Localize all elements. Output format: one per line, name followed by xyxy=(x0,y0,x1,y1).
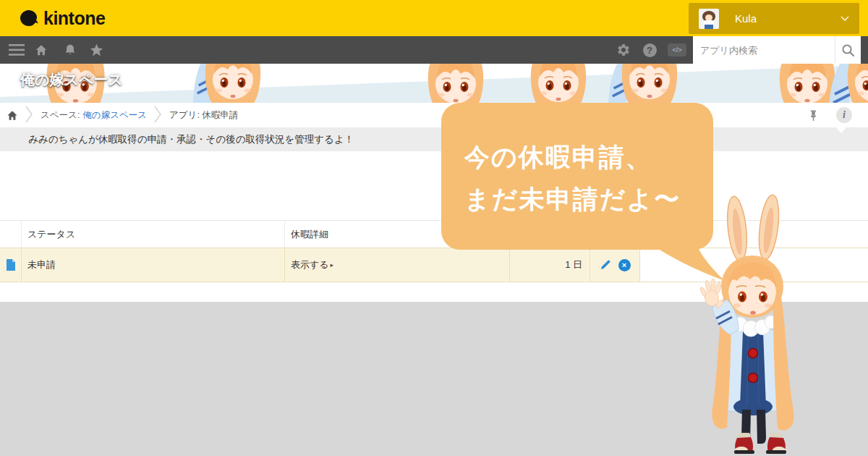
breadcrumb-space-prefix: スペース: xyxy=(41,109,80,122)
pencil-icon xyxy=(600,259,611,271)
app-description-bar: みみのちゃんが休暇取得の申請・承認・その後の取得状況を管理するよ！ xyxy=(0,127,868,151)
star-icon[interactable] xyxy=(87,36,106,64)
speech-bubble-line1: 今の休暇申請、 xyxy=(464,140,652,174)
breadcrumb-home-icon[interactable] xyxy=(7,110,18,121)
info-tooltip-caret xyxy=(836,127,846,133)
record-icon-cell[interactable] xyxy=(0,248,22,282)
record-status: 未申請 xyxy=(22,248,285,282)
rabbit-ears xyxy=(725,195,749,262)
gear-icon[interactable] xyxy=(613,36,634,64)
kintone-app-screen: kintone Kula xyxy=(0,0,868,456)
home-icon[interactable] xyxy=(32,36,51,64)
hamburger-menu-icon[interactable] xyxy=(6,36,27,64)
bell-icon[interactable] xyxy=(61,36,80,64)
speech-bubble: 今の休暇申請、 まだ未申請だよ〜 xyxy=(441,103,713,250)
breadcrumb-space-link[interactable]: 俺の嫁スペース xyxy=(82,109,147,122)
detail-expand-link[interactable]: 表示する xyxy=(291,258,329,271)
app-search xyxy=(693,36,861,64)
record-document-icon xyxy=(6,258,16,271)
header-icon-cell xyxy=(0,221,22,248)
app-description-text: みみのちゃんが休暇取得の申請・承認・その後の取得状況を管理するよ！ xyxy=(28,133,354,146)
banner-characters-image xyxy=(0,64,868,103)
search-icon xyxy=(841,43,855,57)
user-menu[interactable]: Kula xyxy=(689,3,859,34)
record-detail-cell: 表示する ▸ xyxy=(285,248,510,282)
help-icon[interactable]: ? xyxy=(639,36,660,64)
breadcrumb-app-item: アプリ: 休暇申請 xyxy=(169,109,238,122)
user-avatar xyxy=(699,9,719,29)
chevron-down-icon xyxy=(841,16,849,22)
info-icon[interactable]: i xyxy=(836,107,852,123)
user-name: Kula xyxy=(735,12,757,25)
detail-caret-icon: ▸ xyxy=(331,261,334,269)
kintone-logo-text: kintone xyxy=(43,8,105,29)
breadcrumb: スペース: 俺の嫁スペース アプリ: 休暇申請 i xyxy=(0,103,868,127)
delete-record-icon[interactable]: × xyxy=(618,259,631,271)
code-icon[interactable]: </> xyxy=(665,36,689,64)
search-input[interactable] xyxy=(693,36,835,64)
kintone-logo-icon xyxy=(19,9,39,28)
record-days: 1 日 xyxy=(510,248,590,282)
pin-icon[interactable] xyxy=(808,109,819,122)
waving-hand xyxy=(699,279,724,309)
kintone-logo[interactable]: kintone xyxy=(19,7,105,29)
speech-bubble-line2: まだ未申請だよ〜 xyxy=(464,182,681,216)
top-bar: kintone Kula xyxy=(0,0,868,36)
search-button[interactable] xyxy=(835,36,861,64)
column-header-status[interactable]: ステータス xyxy=(22,221,285,248)
record-actions-cell: × xyxy=(590,248,640,282)
mascot-character xyxy=(676,191,828,456)
breadcrumb-separator-icon xyxy=(154,106,162,125)
edit-record-icon[interactable] xyxy=(600,259,611,271)
space-title: 俺の嫁スペース xyxy=(20,70,123,90)
space-cover-banner: 俺の嫁スペース xyxy=(0,64,868,103)
breadcrumb-separator-icon xyxy=(25,106,33,125)
